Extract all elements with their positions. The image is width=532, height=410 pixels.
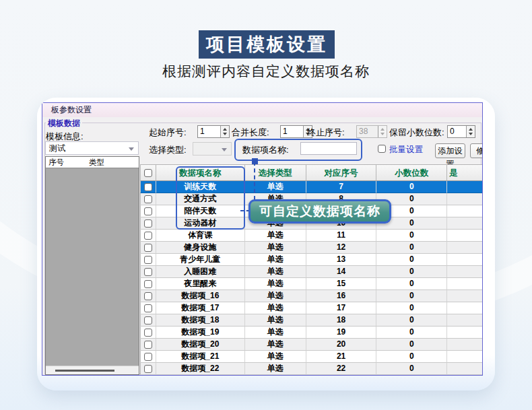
row-checkbox-cell[interactable] xyxy=(140,363,156,375)
cell-item-name: 青少年儿童 xyxy=(156,254,245,266)
window-titlebar: 板参数设置 xyxy=(42,103,482,117)
row-checkbox-cell[interactable] xyxy=(140,217,156,230)
select-all-checkbox[interactable] xyxy=(144,169,152,177)
row-checkbox[interactable] xyxy=(144,268,152,276)
table-row[interactable]: 数据项_21单选210 xyxy=(140,351,483,363)
row-checkbox-cell[interactable] xyxy=(140,290,156,302)
merge-length-value[interactable]: 1 xyxy=(281,126,303,137)
row-checkbox-cell[interactable] xyxy=(140,278,156,290)
start-seq-value[interactable]: 1 xyxy=(198,126,220,137)
cell-partial xyxy=(447,327,483,339)
connector-anchor xyxy=(252,158,258,164)
row-checkbox[interactable] xyxy=(144,304,152,312)
row-checkbox-cell[interactable] xyxy=(140,351,156,363)
table-row[interactable]: 数据项_22单选220 xyxy=(140,363,483,375)
cell-item-name: 数据项_18 xyxy=(156,314,245,327)
cell-sequence: 12 xyxy=(306,242,377,254)
row-checkbox[interactable] xyxy=(144,207,152,215)
cell-decimals: 0 xyxy=(376,363,447,375)
spinner-arrows-icon[interactable] xyxy=(466,126,475,137)
row-checkbox-cell[interactable] xyxy=(140,266,156,278)
table-row[interactable]: 数据项_16单选160 xyxy=(140,290,483,302)
table-row[interactable]: 数据项_19单选190 xyxy=(140,327,483,339)
cell-decimals: 0 xyxy=(376,278,447,290)
template-select[interactable]: 测试 xyxy=(45,141,139,155)
cell-decimals: 0 xyxy=(376,375,447,376)
select-type-label: 选择类型: xyxy=(149,144,187,156)
row-checkbox[interactable] xyxy=(144,353,152,361)
cell-sequence: 21 xyxy=(306,351,377,363)
modify-button[interactable]: 修改 xyxy=(470,143,483,158)
sequence-type-list[interactable]: 序号 类型 xyxy=(45,156,139,375)
table-row[interactable]: 数据项_23单选230 xyxy=(140,375,483,376)
row-checkbox-cell[interactable] xyxy=(140,230,156,242)
cell-item-name: 数据项_22 xyxy=(156,363,245,375)
row-checkbox-cell[interactable] xyxy=(140,314,156,327)
cell-item-name: 入睡困难 xyxy=(156,266,245,278)
row-checkbox[interactable] xyxy=(144,316,152,324)
row-checkbox-cell[interactable] xyxy=(140,205,156,217)
select-type-dropdown[interactable] xyxy=(193,142,232,156)
row-checkbox[interactable] xyxy=(144,232,152,240)
row-checkbox[interactable] xyxy=(144,280,152,288)
row-checkbox[interactable] xyxy=(144,365,152,373)
cell-sequence: 18 xyxy=(306,314,377,327)
row-checkbox-cell[interactable] xyxy=(140,193,156,205)
select-all-checkbox-cell[interactable] xyxy=(140,164,156,181)
row-checkbox-cell[interactable] xyxy=(140,181,156,193)
row-checkbox-cell[interactable] xyxy=(140,339,156,351)
cell-decimals: 0 xyxy=(376,230,447,242)
row-checkbox[interactable] xyxy=(144,341,152,349)
name-column-annotation-box xyxy=(176,166,245,230)
cell-partial xyxy=(447,266,483,278)
row-checkbox[interactable] xyxy=(144,329,152,337)
column-header[interactable]: 小数位数 xyxy=(376,164,447,181)
vertical-dashed-connector xyxy=(254,162,255,200)
merge-length-label: 合并长度: xyxy=(232,127,269,139)
cell-select-type: 单选 xyxy=(245,302,306,314)
row-checkbox[interactable] xyxy=(144,292,152,300)
row-checkbox[interactable] xyxy=(144,195,152,203)
row-checkbox-cell[interactable] xyxy=(140,242,156,254)
add-setting-button[interactable]: 添加设置 xyxy=(435,143,465,158)
cell-select-type: 单选 xyxy=(245,351,306,363)
table-row[interactable]: 青少年儿童单选130 xyxy=(140,254,483,266)
row-checkbox[interactable] xyxy=(144,244,152,252)
window-title: 板参数设置 xyxy=(51,105,92,114)
batch-checkbox[interactable] xyxy=(378,145,386,153)
cell-select-type: 单选 xyxy=(245,363,306,375)
row-checkbox-cell[interactable] xyxy=(140,327,156,339)
cell-partial xyxy=(447,193,483,205)
cell-partial xyxy=(447,375,483,376)
row-checkbox[interactable] xyxy=(144,219,152,228)
row-checkbox-cell[interactable] xyxy=(140,375,156,376)
table-row[interactable]: 夜里醒来单选150 xyxy=(140,278,483,290)
cell-item-name: 数据项_17 xyxy=(156,302,245,314)
cell-decimals: 0 xyxy=(376,327,447,339)
template-data-label: 模板数据 xyxy=(46,118,82,129)
table-row[interactable]: 数据项_18单选180 xyxy=(140,314,483,327)
row-checkbox-cell[interactable] xyxy=(140,302,156,314)
cell-select-type: 单选 xyxy=(245,375,306,376)
start-seq-spinner[interactable]: 1 xyxy=(197,125,230,138)
table-row[interactable]: 入睡困难单选140 xyxy=(140,266,483,278)
row-checkbox-cell[interactable] xyxy=(140,254,156,266)
spinner-arrows-icon[interactable] xyxy=(220,126,229,137)
row-checkbox[interactable] xyxy=(144,183,152,191)
decimals-value[interactable]: 0 xyxy=(448,126,466,137)
list-horizontal-scrollbar[interactable] xyxy=(46,366,139,374)
column-header[interactable]: 对应序号 xyxy=(306,164,377,181)
cell-decimals: 0 xyxy=(376,290,447,302)
cell-decimals: 0 xyxy=(376,181,447,193)
cell-item-name: 体育课 xyxy=(156,230,245,242)
decimals-spinner[interactable]: 0 xyxy=(447,125,475,138)
cell-sequence: 22 xyxy=(306,363,377,375)
scrollbar-thumb[interactable] xyxy=(55,370,114,372)
table-row[interactable]: 健身设施单选120 xyxy=(140,242,483,254)
cell-item-name: 夜里醒来 xyxy=(156,278,245,290)
end-seq-value: 38 xyxy=(357,126,378,137)
table-row[interactable]: 数据项_17单选170 xyxy=(140,302,483,314)
row-checkbox[interactable] xyxy=(144,256,152,264)
table-row[interactable]: 体育课单选110 xyxy=(140,230,483,242)
table-row[interactable]: 数据项_20单选200 xyxy=(140,339,483,351)
